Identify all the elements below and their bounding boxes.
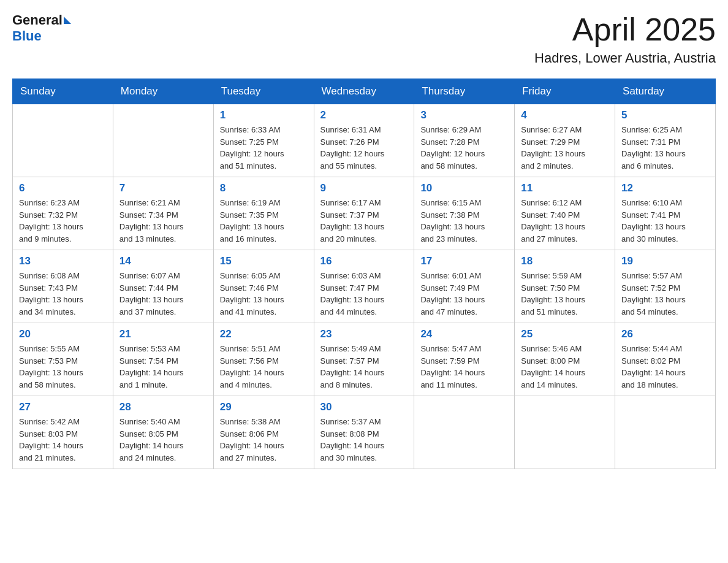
day-info: Sunrise: 5:57 AMSunset: 7:52 PMDaylight:… <box>621 270 709 318</box>
logo: General Blue <box>12 12 71 44</box>
day-info: Sunrise: 6:29 AMSunset: 7:28 PMDaylight:… <box>420 124 508 172</box>
day-info: Sunrise: 6:23 AMSunset: 7:32 PMDaylight:… <box>19 197 107 245</box>
day-number: 18 <box>521 255 609 267</box>
calendar-cell <box>615 396 716 469</box>
calendar-cell <box>113 104 213 177</box>
day-info: Sunrise: 6:05 AMSunset: 7:46 PMDaylight:… <box>220 270 308 318</box>
calendar-cell <box>515 396 615 469</box>
weekday-header-friday: Friday <box>515 79 615 104</box>
weekday-header-sunday: Sunday <box>13 79 113 104</box>
day-number: 25 <box>521 328 609 340</box>
calendar-cell: 8Sunrise: 6:19 AMSunset: 7:35 PMDaylight… <box>213 177 314 250</box>
day-number: 23 <box>320 328 408 340</box>
day-number: 12 <box>621 182 709 194</box>
day-info: Sunrise: 6:27 AMSunset: 7:29 PMDaylight:… <box>521 124 609 172</box>
month-title: April 2025 <box>534 12 716 47</box>
weekday-header-thursday: Thursday <box>414 79 515 104</box>
page-header: General Blue April 2025 Hadres, Lower Au… <box>12 12 716 66</box>
day-number: 9 <box>320 182 408 194</box>
calendar-cell: 17Sunrise: 6:01 AMSunset: 7:49 PMDayligh… <box>414 250 515 323</box>
day-info: Sunrise: 5:42 AMSunset: 8:03 PMDaylight:… <box>19 416 107 464</box>
day-number: 30 <box>320 401 408 413</box>
day-info: Sunrise: 6:12 AMSunset: 7:40 PMDaylight:… <box>521 197 609 245</box>
day-number: 14 <box>119 255 207 267</box>
day-number: 29 <box>220 401 308 413</box>
day-number: 5 <box>621 109 709 121</box>
calendar-cell: 23Sunrise: 5:49 AMSunset: 7:57 PMDayligh… <box>314 323 414 396</box>
day-info: Sunrise: 6:08 AMSunset: 7:43 PMDaylight:… <box>19 270 107 318</box>
calendar-cell: 14Sunrise: 6:07 AMSunset: 7:44 PMDayligh… <box>113 250 213 323</box>
calendar-cell: 20Sunrise: 5:55 AMSunset: 7:53 PMDayligh… <box>13 323 113 396</box>
day-info: Sunrise: 5:55 AMSunset: 7:53 PMDaylight:… <box>19 343 107 391</box>
calendar-cell: 2Sunrise: 6:31 AMSunset: 7:26 PMDaylight… <box>314 104 414 177</box>
weekday-header-saturday: Saturday <box>615 79 716 104</box>
calendar-cell: 21Sunrise: 5:53 AMSunset: 7:54 PMDayligh… <box>113 323 213 396</box>
day-number: 10 <box>420 182 508 194</box>
day-info: Sunrise: 6:15 AMSunset: 7:38 PMDaylight:… <box>420 197 508 245</box>
day-number: 11 <box>521 182 609 194</box>
day-number: 8 <box>220 182 308 194</box>
day-info: Sunrise: 5:49 AMSunset: 7:57 PMDaylight:… <box>320 343 408 391</box>
calendar-cell: 16Sunrise: 6:03 AMSunset: 7:47 PMDayligh… <box>314 250 414 323</box>
day-number: 16 <box>320 255 408 267</box>
calendar-cell: 30Sunrise: 5:37 AMSunset: 8:08 PMDayligh… <box>314 396 414 469</box>
calendar-cell: 22Sunrise: 5:51 AMSunset: 7:56 PMDayligh… <box>213 323 314 396</box>
day-info: Sunrise: 5:59 AMSunset: 7:50 PMDaylight:… <box>521 270 609 318</box>
day-number: 26 <box>621 328 709 340</box>
day-info: Sunrise: 5:37 AMSunset: 8:08 PMDaylight:… <box>320 416 408 464</box>
day-info: Sunrise: 6:07 AMSunset: 7:44 PMDaylight:… <box>119 270 207 318</box>
week-row-3: 13Sunrise: 6:08 AMSunset: 7:43 PMDayligh… <box>13 250 716 323</box>
calendar-cell: 19Sunrise: 5:57 AMSunset: 7:52 PMDayligh… <box>615 250 716 323</box>
day-info: Sunrise: 5:53 AMSunset: 7:54 PMDaylight:… <box>119 343 207 391</box>
calendar-cell: 27Sunrise: 5:42 AMSunset: 8:03 PMDayligh… <box>13 396 113 469</box>
day-info: Sunrise: 5:40 AMSunset: 8:05 PMDaylight:… <box>119 416 207 464</box>
calendar-cell: 6Sunrise: 6:23 AMSunset: 7:32 PMDaylight… <box>13 177 113 250</box>
day-info: Sunrise: 5:46 AMSunset: 8:00 PMDaylight:… <box>521 343 609 391</box>
day-info: Sunrise: 6:31 AMSunset: 7:26 PMDaylight:… <box>320 124 408 172</box>
day-info: Sunrise: 5:38 AMSunset: 8:06 PMDaylight:… <box>220 416 308 464</box>
day-info: Sunrise: 5:51 AMSunset: 7:56 PMDaylight:… <box>220 343 308 391</box>
day-number: 21 <box>119 328 207 340</box>
calendar-cell: 13Sunrise: 6:08 AMSunset: 7:43 PMDayligh… <box>13 250 113 323</box>
calendar-cell: 4Sunrise: 6:27 AMSunset: 7:29 PMDaylight… <box>515 104 615 177</box>
calendar-cell: 18Sunrise: 5:59 AMSunset: 7:50 PMDayligh… <box>515 250 615 323</box>
calendar-table: SundayMondayTuesdayWednesdayThursdayFrid… <box>12 79 716 469</box>
calendar-cell: 11Sunrise: 6:12 AMSunset: 7:40 PMDayligh… <box>515 177 615 250</box>
calendar-cell: 7Sunrise: 6:21 AMSunset: 7:34 PMDaylight… <box>113 177 213 250</box>
day-info: Sunrise: 5:44 AMSunset: 8:02 PMDaylight:… <box>621 343 709 391</box>
weekday-header-row: SundayMondayTuesdayWednesdayThursdayFrid… <box>13 79 716 104</box>
day-info: Sunrise: 6:03 AMSunset: 7:47 PMDaylight:… <box>320 270 408 318</box>
week-row-5: 27Sunrise: 5:42 AMSunset: 8:03 PMDayligh… <box>13 396 716 469</box>
calendar-cell: 26Sunrise: 5:44 AMSunset: 8:02 PMDayligh… <box>615 323 716 396</box>
calendar-cell: 9Sunrise: 6:17 AMSunset: 7:37 PMDaylight… <box>314 177 414 250</box>
day-info: Sunrise: 6:01 AMSunset: 7:49 PMDaylight:… <box>420 270 508 318</box>
calendar-cell: 5Sunrise: 6:25 AMSunset: 7:31 PMDaylight… <box>615 104 716 177</box>
day-info: Sunrise: 6:25 AMSunset: 7:31 PMDaylight:… <box>621 124 709 172</box>
weekday-header-monday: Monday <box>113 79 213 104</box>
day-info: Sunrise: 6:17 AMSunset: 7:37 PMDaylight:… <box>320 197 408 245</box>
day-number: 6 <box>19 182 107 194</box>
day-info: Sunrise: 5:47 AMSunset: 7:59 PMDaylight:… <box>420 343 508 391</box>
day-number: 27 <box>19 401 107 413</box>
title-block: April 2025 Hadres, Lower Austria, Austri… <box>534 12 716 66</box>
logo-blue-text: Blue <box>12 28 42 44</box>
weekday-header-tuesday: Tuesday <box>213 79 314 104</box>
logo-general-text: General <box>12 12 63 28</box>
week-row-4: 20Sunrise: 5:55 AMSunset: 7:53 PMDayligh… <box>13 323 716 396</box>
week-row-1: 1Sunrise: 6:33 AMSunset: 7:25 PMDaylight… <box>13 104 716 177</box>
week-row-2: 6Sunrise: 6:23 AMSunset: 7:32 PMDaylight… <box>13 177 716 250</box>
day-number: 2 <box>320 109 408 121</box>
weekday-header-wednesday: Wednesday <box>314 79 414 104</box>
calendar-cell <box>13 104 113 177</box>
calendar-cell <box>414 396 515 469</box>
day-number: 28 <box>119 401 207 413</box>
day-info: Sunrise: 6:10 AMSunset: 7:41 PMDaylight:… <box>621 197 709 245</box>
day-number: 3 <box>420 109 508 121</box>
day-number: 13 <box>19 255 107 267</box>
calendar-cell: 25Sunrise: 5:46 AMSunset: 8:00 PMDayligh… <box>515 323 615 396</box>
location-title: Hadres, Lower Austria, Austria <box>534 50 716 66</box>
logo-arrow-icon <box>64 17 71 24</box>
day-info: Sunrise: 6:19 AMSunset: 7:35 PMDaylight:… <box>220 197 308 245</box>
day-number: 15 <box>220 255 308 267</box>
calendar-cell: 1Sunrise: 6:33 AMSunset: 7:25 PMDaylight… <box>213 104 314 177</box>
